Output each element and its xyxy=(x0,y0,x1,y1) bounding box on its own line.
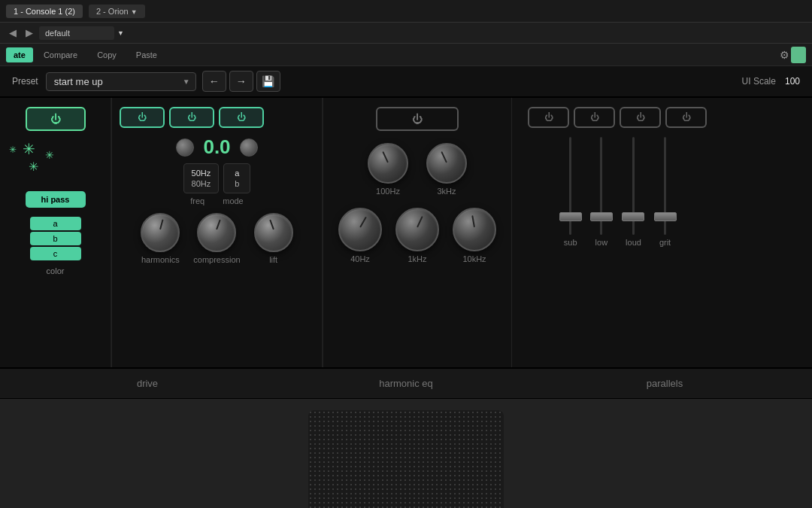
fader-sub-track[interactable] xyxy=(569,137,571,235)
fader-low-track[interactable] xyxy=(600,137,602,235)
ui-scale-value: 100 xyxy=(785,76,800,87)
harm-power2-btn[interactable]: ⏻ xyxy=(169,107,214,128)
preset-dropdown-arrow[interactable]: ▼ xyxy=(117,29,124,37)
freq-a-value: 50Hz xyxy=(192,169,211,178)
parallels-power-row: ⏻ ⏻ ⏻ ⏻ xyxy=(528,107,707,128)
drive-power-btn[interactable]: ⏻ xyxy=(26,107,86,131)
color-a-btn[interactable]: a xyxy=(30,217,81,230)
heq-10khz-group: 10kHz xyxy=(453,208,496,263)
bottom-drive-label: drive xyxy=(18,378,277,389)
preset-select[interactable]: start me up xyxy=(46,72,196,91)
harm-power1-btn[interactable]: ⏻ xyxy=(120,107,165,128)
tab-console1[interactable]: 1 - Console 1 (2) xyxy=(6,5,83,18)
copy-btn[interactable]: Copy xyxy=(88,47,126,62)
fader-loud-track[interactable] xyxy=(632,137,635,235)
heq-3khz-label: 3kHz xyxy=(437,187,456,196)
fader-grit-track[interactable] xyxy=(664,137,666,235)
color-c-btn[interactable]: c xyxy=(30,247,81,260)
fader-grit-thumb[interactable] xyxy=(654,212,677,221)
tab-orion[interactable]: 2 - Orion ▼ xyxy=(89,5,145,18)
color-label: color xyxy=(47,266,65,275)
compression-knob[interactable] xyxy=(197,213,236,252)
preset-prev-btn[interactable]: ← xyxy=(202,71,226,92)
lift-label: lift xyxy=(269,255,277,264)
hipass-btn[interactable]: hi pass xyxy=(26,191,86,208)
fader-sub-thumb[interactable] xyxy=(559,212,582,221)
heq-10khz-knob[interactable] xyxy=(453,208,496,251)
ui-scale-label: UI Scale xyxy=(742,76,776,87)
sparkle-icon-2: ✳ xyxy=(45,149,54,161)
top-bar: 1 - Console 1 (2) 2 - Orion ▼ xyxy=(0,0,812,23)
sparkle-icon-1: ✳ xyxy=(23,140,35,158)
preset-nav-buttons: ← → 💾 xyxy=(202,71,280,92)
harmonics-label: harmonics xyxy=(141,255,180,264)
par-power1-icon: ⏻ xyxy=(544,112,553,123)
bottom-labels-bar: drive harmonic eq parallels xyxy=(0,369,812,399)
nav-prev-arrow[interactable]: ◀ xyxy=(6,26,20,40)
plugin-main: ⏻ ✳ ✳ ✳ ✳ hi pass a b c color ⏻ ⏻ ⏻ xyxy=(0,98,812,369)
drive-power-icon: ⏻ xyxy=(50,113,61,125)
harm-freq-box[interactable]: 50Hz 80Hz xyxy=(183,163,220,193)
par-power2-btn[interactable]: ⏻ xyxy=(574,107,615,128)
fader-low-label: low xyxy=(595,238,608,247)
harmonics-section: ⏻ ⏻ ⏻ 0.0 50Hz 80Hz a b freq xyxy=(112,98,323,367)
mode-b-value: b xyxy=(235,179,239,188)
drive-section: ⏻ ✳ ✳ ✳ ✳ hi pass a b c color xyxy=(0,98,111,367)
compare-btn[interactable]: Compare xyxy=(35,47,86,62)
preset-next-btn[interactable]: → xyxy=(229,71,253,92)
preset-bar: Preset start me up ▼ ← → 💾 UI Scale 100 xyxy=(0,66,812,98)
compression-knob-group: compression xyxy=(193,213,240,264)
heq-knobs-bottom-row: 40Hz 1kHz 10kHz xyxy=(338,208,496,263)
preset-name-display[interactable]: default xyxy=(39,26,114,40)
chevron-down-icon: ▼ xyxy=(131,8,138,16)
harm-display-knob-right[interactable] xyxy=(240,138,258,157)
par-power3-btn[interactable]: ⏻ xyxy=(620,107,661,128)
fader-grit-group: grit xyxy=(659,137,671,247)
color-b-btn[interactable]: b xyxy=(30,232,81,245)
heq-1khz-label: 1kHz xyxy=(408,254,426,263)
color-group: a b c color xyxy=(30,217,81,275)
fader-low-group: low xyxy=(595,137,608,247)
heq-40hz-label: 40Hz xyxy=(350,254,370,263)
harmonic-eq-section: ⏻ 100Hz 3kHz 40Hz 1kHz xyxy=(323,98,511,367)
fader-low-thumb[interactable] xyxy=(590,212,613,221)
bottom-heq-label: harmonic eq xyxy=(277,378,535,389)
heq-100hz-group: 100Hz xyxy=(368,143,408,196)
sections-row: ⏻ ✳ ✳ ✳ ✳ hi pass a b c color ⏻ ⏻ ⏻ xyxy=(0,98,723,367)
heq-100hz-label: 100Hz xyxy=(376,187,400,196)
par-power4-btn[interactable]: ⏻ xyxy=(665,107,707,128)
preset-save-btn[interactable]: 💾 xyxy=(256,71,280,92)
gear-icon[interactable]: ⚙ xyxy=(780,49,789,61)
par-power1-btn[interactable]: ⏻ xyxy=(528,107,569,128)
parallels-section: ⏻ ⏻ ⏻ ⏻ sub low xyxy=(512,98,723,367)
harmonics-knob[interactable] xyxy=(141,213,180,252)
heq-3khz-knob[interactable] xyxy=(426,143,467,184)
nav-next-arrow[interactable]: ▶ xyxy=(23,26,36,40)
harmonics-knob-group: harmonics xyxy=(141,213,180,264)
heq-100hz-knob[interactable] xyxy=(368,143,408,184)
mode-footer-label: mode xyxy=(223,196,244,205)
heq-40hz-knob[interactable] xyxy=(338,208,382,251)
bottom-area: O R I O N xyxy=(0,399,812,508)
faders-row: sub low loud xyxy=(564,137,671,358)
harm-power3-btn[interactable]: ⏻ xyxy=(219,107,264,128)
heq-power-btn[interactable]: ⏻ xyxy=(376,107,459,131)
par-power3-icon: ⏻ xyxy=(636,112,645,123)
fader-loud-group: loud xyxy=(626,137,641,247)
harm-power-row: ⏻ ⏻ ⏻ xyxy=(120,107,314,128)
bottom-parallels-label: parallels xyxy=(535,378,794,389)
heq-40hz-group: 40Hz xyxy=(338,208,382,263)
par-power2-icon: ⏻ xyxy=(590,112,599,123)
fader-loud-thumb[interactable] xyxy=(622,212,644,221)
harm-power2-icon: ⏻ xyxy=(187,112,196,123)
preset-select-wrapper[interactable]: start me up ▼ xyxy=(46,72,196,91)
heq-1khz-knob[interactable] xyxy=(395,208,439,251)
freq-footer-label: freq xyxy=(190,196,205,205)
paste-btn[interactable]: Paste xyxy=(127,47,166,62)
harm-display-knob-left[interactable] xyxy=(176,138,194,157)
speaker-grill xyxy=(308,410,504,508)
heq-10khz-label: 10kHz xyxy=(462,254,486,263)
harm-mode-box[interactable]: a b xyxy=(223,163,250,193)
lift-knob[interactable] xyxy=(254,213,293,252)
gate-btn[interactable]: ate xyxy=(6,47,33,62)
